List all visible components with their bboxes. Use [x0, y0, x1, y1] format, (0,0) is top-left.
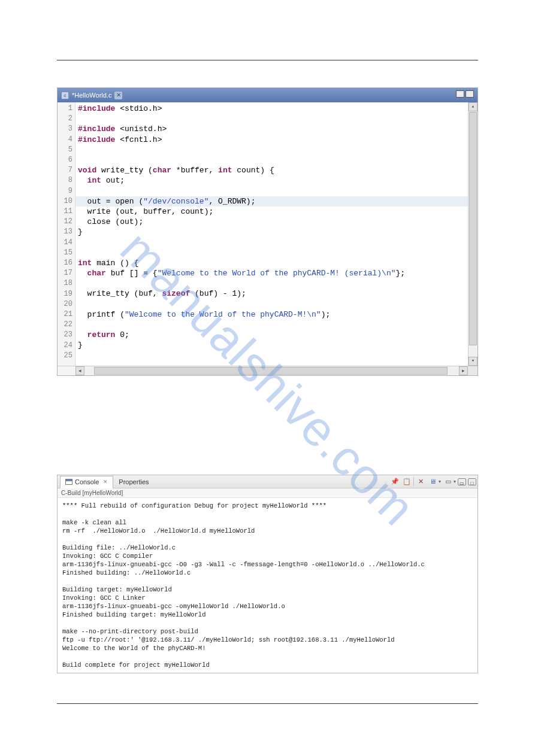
close-icon[interactable]: ✕	[114, 92, 122, 99]
clear-console-icon[interactable]: ✕	[416, 476, 426, 487]
display-selected-icon[interactable]: 🖥	[428, 476, 438, 487]
dropdown-arrow-icon[interactable]: ▾	[454, 479, 456, 484]
code-line[interactable]: char buf [] = {"Welcome to the World of …	[78, 268, 466, 278]
horizontal-scroll-track[interactable]	[84, 366, 459, 375]
tab-properties[interactable]: Properties	[113, 475, 154, 488]
tab-close-icon[interactable]: ✕	[103, 479, 108, 485]
line-number-gutter: 1234567891011121314151617181920212223242…	[58, 102, 75, 366]
code-line[interactable]: #include <stdio.h>	[78, 104, 466, 114]
minimize-button[interactable]: ▭	[456, 90, 464, 98]
console-output[interactable]: **** Full rebuild of configuration Debug…	[58, 498, 477, 673]
console-icon	[65, 479, 72, 485]
code-line[interactable]	[78, 145, 466, 155]
editor-tab-title: *HelloWorld.c	[72, 92, 111, 99]
console-toolbar: 📌 📋 ✕ 🖥 ▾ ▭ ▾ ▭ □	[389, 476, 476, 487]
scroll-left-arrow-icon[interactable]: ◂	[75, 366, 84, 375]
code-line[interactable]	[78, 278, 466, 289]
console-tabbar: Console ✕ Properties 📌 📋 ✕ 🖥 ▾ ▭ ▾ ▭ □	[58, 475, 477, 488]
tab-console-label: Console	[75, 478, 99, 485]
code-area[interactable]: #include <stdio.h> #include <unistd.h>#i…	[75, 102, 468, 366]
scroll-up-arrow-icon[interactable]: ▴	[468, 102, 477, 111]
clipboard-icon[interactable]: 📋	[401, 476, 412, 487]
scroll-right-arrow-icon[interactable]: ▸	[459, 366, 468, 375]
code-line[interactable]: write (out, buffer, count);	[78, 207, 466, 217]
code-line[interactable]: #include <fcntl.h>	[78, 135, 466, 145]
code-line[interactable]: return 0;	[78, 330, 466, 340]
code-line[interactable]: write_tty (buf, sizeof (buf) - 1);	[78, 289, 466, 299]
horizontal-scrollbar[interactable]: ◂ ▸	[58, 366, 477, 375]
code-line[interactable]: void write_tty (char *buffer, int count)…	[78, 165, 466, 175]
code-line[interactable]: close (out);	[78, 217, 466, 227]
maximize-view-icon[interactable]: □	[468, 478, 476, 485]
console-subtitle: C-Build [myHelloWorld]	[58, 488, 477, 498]
scrollbar-spacer	[58, 366, 75, 375]
editor-tab[interactable]: c *HelloWorld.c ✕	[61, 92, 122, 99]
divider-top	[57, 60, 478, 60]
code-line[interactable]	[78, 114, 466, 124]
code-line[interactable]	[78, 155, 466, 165]
maximize-button[interactable]: □	[466, 90, 474, 98]
c-file-icon: c	[61, 92, 69, 99]
pin-icon[interactable]: 📌	[389, 476, 400, 487]
code-line[interactable]	[78, 320, 466, 330]
code-line[interactable]: int out;	[78, 175, 466, 186]
open-console-icon[interactable]: ▭	[443, 476, 453, 487]
code-line[interactable]	[78, 248, 466, 258]
scroll-down-arrow-icon[interactable]: ▾	[468, 357, 477, 366]
code-line[interactable]	[78, 186, 466, 196]
horizontal-scroll-thumb[interactable]	[94, 367, 448, 375]
editor-titlebar: c *HelloWorld.c ✕ ▭ □	[58, 88, 477, 102]
scrollbar-corner	[468, 366, 477, 375]
code-line[interactable]: #include <unistd.h>	[78, 124, 466, 134]
code-line[interactable]	[78, 237, 466, 247]
minimize-view-icon[interactable]: ▭	[458, 478, 466, 485]
code-line[interactable]: out = open ("/dev/console", O_RDWR);	[75, 196, 468, 207]
console-panel: Console ✕ Properties 📌 📋 ✕ 🖥 ▾ ▭ ▾ ▭ □ C…	[57, 475, 478, 673]
code-line[interactable]: }	[78, 340, 466, 350]
code-line[interactable]	[78, 299, 466, 309]
vertical-scroll-thumb[interactable]	[469, 112, 477, 345]
code-line[interactable]	[78, 351, 466, 361]
dropdown-arrow-icon[interactable]: ▾	[439, 479, 441, 484]
divider-bottom	[57, 703, 478, 704]
editor-body[interactable]: 1234567891011121314151617181920212223242…	[58, 102, 477, 366]
code-line[interactable]: int main () {	[78, 258, 466, 268]
tab-properties-label: Properties	[119, 478, 149, 485]
code-line[interactable]: printf ("Welcome to the World of the phy…	[78, 309, 466, 320]
editor-panel: c *HelloWorld.c ✕ ▭ □ 123456789101112131…	[57, 87, 478, 376]
vertical-scrollbar[interactable]: ▴ ▾	[468, 102, 477, 366]
tab-console[interactable]: Console ✕	[60, 476, 113, 488]
code-line[interactable]: }	[78, 227, 466, 237]
toolbar-separator	[413, 477, 414, 486]
